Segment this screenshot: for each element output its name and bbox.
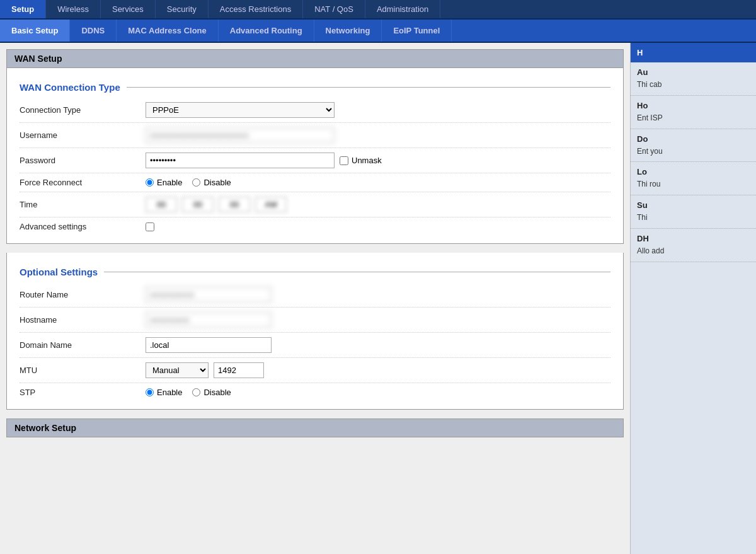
username-input[interactable]: [146, 127, 335, 143]
subnav-ddns[interactable]: DDNS: [70, 20, 117, 42]
username-label: Username: [20, 130, 146, 140]
domain-name-row: Domain Name: [20, 333, 610, 358]
connection-type-row: Connection Type PPPoE DHCP Static IP PPT…: [20, 98, 610, 123]
router-name-label: Router Name: [20, 290, 146, 299]
help-sidebar: H Au Thi cab Ho Ent ISP Do Ent you Lo Th…: [630, 43, 756, 554]
subnav-mac-address-clone[interactable]: MAC Address Clone: [117, 20, 218, 42]
time-minute[interactable]: [182, 197, 214, 212]
stp-enable-text: Enable: [157, 388, 182, 397]
sidebar-section-4: Su Thi: [631, 195, 756, 229]
mtu-row: MTU Manual Auto: [20, 358, 610, 383]
mtu-control: Manual Auto: [146, 362, 610, 378]
time-hour[interactable]: [146, 197, 177, 212]
sidebar-section-title-3: Lo: [637, 167, 750, 176]
sidebar-section-text-1: Ent ISP: [637, 113, 750, 124]
nav-nat-qos[interactable]: NAT / QoS: [303, 0, 365, 18]
wan-setup-section: WAN Setup WAN Connection Type Connection…: [6, 49, 624, 244]
main-layout: WAN Setup WAN Connection Type Connection…: [0, 43, 756, 554]
stp-radio-group: Enable Disable: [146, 388, 231, 397]
sidebar-section-text-4: Thi: [637, 212, 750, 223]
advanced-settings-checkbox[interactable]: [146, 222, 154, 231]
time-ampm[interactable]: [255, 197, 287, 212]
subnav-basic-setup[interactable]: Basic Setup: [0, 20, 70, 42]
password-control: Unmask: [146, 153, 610, 168]
top-nav: Setup Wireless Services Security Access …: [0, 0, 756, 43]
domain-name-label: Domain Name: [20, 340, 146, 350]
password-input[interactable]: [146, 153, 335, 168]
nav-security[interactable]: Security: [156, 0, 209, 18]
sidebar-section-3: Lo Thi rou: [631, 162, 756, 195]
hostname-label: Hostname: [20, 315, 146, 325]
stp-disable-label[interactable]: Disable: [192, 388, 231, 397]
router-name-control: [146, 287, 610, 303]
stp-disable-text: Disable: [203, 388, 231, 397]
stp-row: STP Enable Disable: [20, 383, 610, 401]
force-reconnect-radio-group: Enable Disable: [146, 178, 231, 187]
advanced-settings-control: [146, 222, 610, 231]
sidebar-section-0: Au Thi cab: [631, 62, 756, 96]
advanced-settings-row: Advanced settings: [20, 217, 610, 236]
subnav-eoip-tunnel[interactable]: EoIP Tunnel: [382, 20, 452, 42]
sidebar-section-text-3: Thi rou: [637, 179, 750, 190]
sidebar-section-title-0: Au: [637, 67, 750, 77]
hostname-control: [146, 312, 610, 328]
sidebar-section-text-2: Ent you: [637, 146, 750, 157]
time-fields: [146, 197, 287, 212]
nav-wireless[interactable]: Wireless: [46, 0, 101, 18]
nav-access-restrictions[interactable]: Access Restrictions: [209, 0, 303, 18]
router-name-row: Router Name: [20, 282, 610, 308]
mtu-select[interactable]: Manual Auto: [146, 362, 209, 378]
force-reconnect-disable-text: Disable: [203, 178, 231, 187]
optional-settings-section: Optional Settings Router Name Hostname: [6, 253, 624, 410]
domain-name-input[interactable]: [146, 337, 272, 353]
time-row: Time: [20, 192, 610, 217]
connection-type-select[interactable]: PPPoE DHCP Static IP PPTP L2TP: [146, 102, 335, 118]
unmask-label[interactable]: Unmask: [340, 156, 382, 165]
network-setup-section: Network Setup: [6, 418, 624, 437]
force-reconnect-enable-text: Enable: [157, 178, 182, 187]
nav-administration[interactable]: Administration: [365, 0, 440, 18]
force-reconnect-row: Force Reconnect Enable Disable: [20, 173, 610, 192]
unmask-text: Unmask: [352, 156, 382, 165]
sidebar-section-title-5: DH: [637, 234, 750, 243]
advanced-settings-label: Advanced settings: [20, 222, 146, 231]
nav-setup[interactable]: Setup: [0, 0, 46, 18]
sidebar-header: H: [631, 43, 756, 62]
sidebar-section-text-5: Allo add: [637, 246, 750, 257]
sidebar-section-title-4: Su: [637, 200, 750, 210]
force-reconnect-control: Enable Disable: [146, 178, 610, 187]
nav-services[interactable]: Services: [101, 0, 156, 18]
sidebar-section-1: Ho Ent ISP: [631, 96, 756, 129]
hostname-row: Hostname: [20, 308, 610, 333]
unmask-checkbox[interactable]: [340, 156, 348, 165]
wan-setup-body: WAN Connection Type Connection Type PPPo…: [6, 68, 624, 244]
stp-enable-radio[interactable]: [146, 388, 154, 396]
sidebar-section-title-2: Do: [637, 134, 750, 144]
mtu-label: MTU: [20, 366, 146, 375]
username-control: [146, 127, 610, 143]
subnav-networking[interactable]: Networking: [314, 20, 382, 42]
force-reconnect-label: Force Reconnect: [20, 178, 146, 187]
stp-disable-radio[interactable]: [192, 388, 200, 396]
network-setup-header: Network Setup: [6, 418, 624, 437]
stp-enable-label[interactable]: Enable: [146, 388, 182, 397]
subnav-advanced-routing[interactable]: Advanced Routing: [219, 20, 314, 42]
force-reconnect-disable-radio[interactable]: [192, 178, 200, 187]
sidebar-section-2: Do Ent you: [631, 129, 756, 163]
force-reconnect-disable-label[interactable]: Disable: [192, 178, 231, 187]
force-reconnect-enable-radio[interactable]: [146, 178, 154, 187]
stp-control: Enable Disable: [146, 388, 610, 397]
optional-settings-title: Optional Settings: [20, 267, 610, 277]
stp-label: STP: [20, 388, 146, 397]
domain-name-control: [146, 337, 610, 353]
mtu-value-input[interactable]: [214, 362, 264, 378]
time-second[interactable]: [219, 197, 250, 212]
optional-settings-body: Optional Settings Router Name Hostname: [6, 253, 624, 410]
password-row: Password Unmask: [20, 148, 610, 173]
wan-setup-header: WAN Setup: [6, 49, 624, 68]
username-row: Username: [20, 123, 610, 148]
router-name-input[interactable]: [146, 287, 272, 303]
hostname-input[interactable]: [146, 312, 272, 328]
force-reconnect-enable-label[interactable]: Enable: [146, 178, 182, 187]
sidebar-section-title-1: Ho: [637, 101, 750, 110]
